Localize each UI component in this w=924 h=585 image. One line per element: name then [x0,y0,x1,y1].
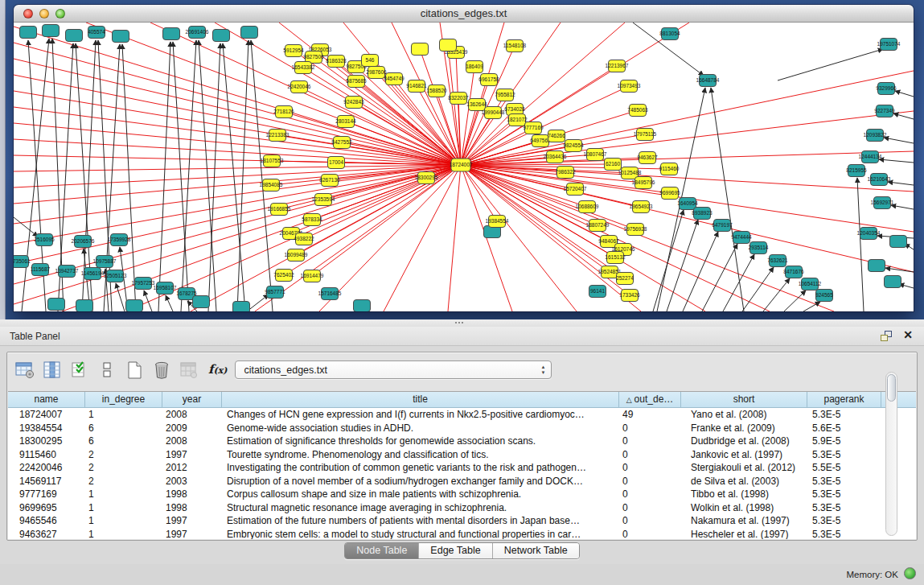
table-panel-title: Table Panel [10,331,60,342]
cell: 9463627 [8,528,85,540]
cell: 0 [619,422,681,435]
network-node[interactable] [20,27,37,39]
tab-network-table[interactable]: Network Table [492,543,579,558]
import-table-icon[interactable] [178,359,200,381]
node-label: 16120746 [612,246,635,252]
table-row[interactable]: 1830029562008Estimation of significance … [8,435,916,448]
memory-status-icon[interactable] [904,567,916,579]
column-header-short[interactable]: short [681,392,807,408]
control-panel-divider[interactable] [0,0,6,319]
tab-node-table[interactable]: Node Table [345,543,418,558]
column-visibility-icon[interactable] [41,359,64,381]
column-header-pagerank[interactable]: pagerank [807,392,881,408]
network-node[interactable] [890,236,907,248]
network-node[interactable] [193,296,210,308]
node-label: 22420046 [288,84,311,89]
delete-table-icon[interactable] [150,359,173,381]
split-divider[interactable] [0,319,924,327]
network-edge [14,43,461,165]
float-panel-icon[interactable] [881,331,892,341]
node-label: 9824554 [563,142,584,148]
cell: Tibbo et al. (1998) [681,488,807,501]
network-node[interactable] [163,28,180,40]
network-edge [199,40,216,311]
network-node[interactable] [213,30,230,42]
node-label: 5875685 [346,78,367,84]
node-label: 62160 [606,161,620,167]
node-label: 16099489 [285,252,308,257]
network-window-title: citations_edges.txt [14,7,914,19]
cell: 22420046 [8,461,85,475]
table-row[interactable]: 2242004622012Investigating the contribut… [8,461,916,475]
network-edge [14,165,461,284]
column-header-out_de[interactable]: △out_de… [619,392,681,408]
network-window-titlebar[interactable]: citations_edges.txt [14,5,914,23]
table-row[interactable]: 969969511998Structural magnetic resonanc… [8,501,916,515]
table-row[interactable]: 946554611997Estimation of the future num… [8,514,916,528]
column-header-title[interactable]: title [222,392,619,408]
network-canvas[interactable]: 4055742069140688130541975107416648784932… [14,23,914,311]
cell: 0 [619,528,681,540]
vertical-scrollbar[interactable] [885,372,897,536]
network-window[interactable]: citations_edges.txt 4055742069 [14,5,914,311]
cell: 19384554 [8,422,85,435]
clear-rows-icon[interactable] [96,359,118,381]
node-label: 7625402 [273,272,294,278]
cell: 6 [85,422,162,435]
node-label: 8813054 [659,31,680,36]
function-builder-icon[interactable]: f(x) [208,362,227,377]
table-row[interactable]: 1456911722003Disruption of a novel membe… [8,475,916,488]
network-node[interactable] [869,260,885,272]
table-row[interactable]: 911546021997Tourette syndrome. Phenomeno… [8,448,916,462]
node-label: 1362644 [466,101,487,107]
node-label: 13942737 [55,268,79,274]
network-node[interactable] [66,30,83,42]
node-label: 9827506 [303,54,324,60]
network-edge [14,165,461,244]
scrollbar-thumb[interactable] [887,374,896,402]
network-node[interactable] [43,25,60,37]
cell: 9777169 [8,488,85,501]
network-node[interactable] [233,302,250,312]
cell: 1 [85,528,162,540]
cell: 1 [85,514,162,528]
node-label: 6734028 [504,106,525,112]
node-label: 20206576 [72,238,95,244]
cell: 1998 [162,488,222,501]
select-columns-icon[interactable] [68,359,91,381]
new-table-icon[interactable] [123,359,146,381]
network-node[interactable] [126,300,143,312]
table-row[interactable]: 1938455462009Genome-wide association stu… [8,422,916,435]
cell: Changes of HCN gene expression and I(f) … [222,408,619,422]
network-node[interactable] [885,276,901,288]
node-label: 18724007 [450,162,473,167]
column-header-name[interactable]: name [8,392,85,408]
network-node[interactable] [354,300,371,312]
column-header-in_degree[interactable]: in_degree [85,392,162,408]
network-node[interactable] [241,27,258,39]
network-node[interactable] [76,300,93,312]
node-label: 2987606 [366,69,387,75]
node-label: 405574 [88,29,105,35]
node-label: 9699695 [659,190,680,196]
network-node[interactable] [412,43,429,56]
network-edge [166,295,173,311]
network-edge [116,283,125,311]
network-node[interactable] [440,39,457,51]
table-row[interactable]: 977716911998Corpus callosum shape and si… [8,488,916,501]
network-edge [653,210,684,311]
table-row[interactable]: 1872400712008Changes of HCN gene express… [8,408,916,422]
memory-status-label: Memory: OK [846,570,898,579]
tab-edge-table[interactable]: Edge Table [418,543,491,558]
network-node[interactable] [48,299,65,311]
node-label: 15716485 [318,290,342,296]
table-selector-dropdown[interactable]: citations_edges.txt ▲▼ [235,360,552,379]
table-settings-icon[interactable] [14,359,36,381]
node-label: 546 [366,57,375,63]
table-row[interactable]: 946362711997Embryonic stem cells: a mode… [8,528,916,540]
close-panel-icon[interactable]: ✕ [903,328,913,341]
network-node[interactable] [113,31,129,43]
network-edge [891,205,914,209]
column-header-year[interactable]: year [162,392,222,408]
node-label: 7485063 [627,107,648,113]
